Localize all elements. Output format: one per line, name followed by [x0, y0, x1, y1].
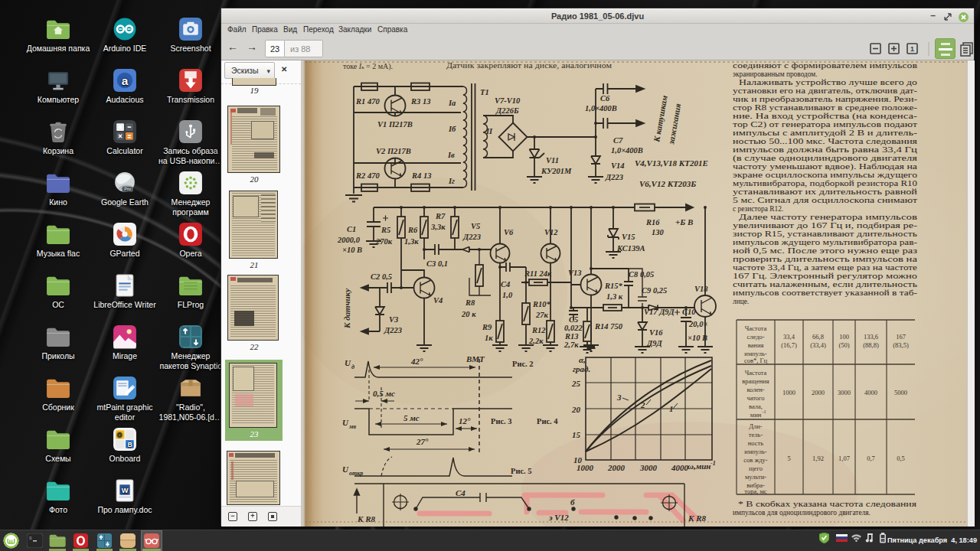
svg-text:V15: V15 — [622, 233, 635, 241]
svg-text:V1 П217В: V1 П217В — [377, 120, 413, 129]
svg-text:C9 0,25: C9 0,25 — [642, 286, 667, 295]
svg-text:0,5 мс: 0,5 мс — [373, 389, 395, 398]
svg-text:Частота: Частота — [745, 369, 767, 377]
svg-text:12°: 12° — [459, 416, 471, 425]
svg-text:1к: 1к — [485, 334, 493, 342]
svg-text:U: U — [342, 465, 349, 474]
svg-text:V12: V12 — [544, 228, 558, 236]
svg-text:27к: 27к — [535, 311, 549, 319]
svg-text:W: W — [122, 487, 129, 494]
svg-text:мультивибратора, подборкой рез: мультивибратора, подборкой резистора R10 — [733, 180, 917, 187]
svg-text:вращения: вращения — [742, 377, 769, 385]
svg-text:частоту уменьшают вдвое). Набл: частоту уменьшают вдвое). Наблюдая на — [733, 163, 918, 171]
svg-text:Д223: Д223 — [462, 233, 481, 241]
svg-text:C4: C4 — [456, 488, 466, 497]
svg-text:V5: V5 — [471, 222, 480, 230]
svg-text:5000: 5000 — [894, 389, 907, 396]
svg-text:0,5: 0,5 — [897, 455, 905, 462]
svg-text:КС139А: КС139А — [616, 244, 645, 253]
svg-text:мв: мв — [348, 423, 356, 430]
svg-text:20 к: 20 к — [461, 310, 476, 318]
svg-text:импульсов должна быть равна: импульсов должна быть равна 33,4 Гц — [733, 146, 917, 154]
svg-text:КУ201М: КУ201М — [541, 167, 572, 175]
svg-text:зажигания: зажигания — [666, 103, 682, 145]
svg-text:4000: 4000 — [864, 389, 877, 396]
svg-text:мульти-: мульти- — [745, 473, 766, 481]
svg-text:R8: R8 — [465, 298, 475, 307]
svg-text:-1: -1 — [710, 460, 716, 467]
svg-text:ВМТ: ВМТ — [466, 354, 485, 364]
svg-text:R10*: R10* — [532, 300, 551, 308]
svg-text:ние. На вход устройства (н: ние. На вход устройства (на конденса- — [733, 112, 917, 121]
svg-text:Дли-: Дли- — [749, 422, 763, 430]
svg-text:ность: ность — [748, 439, 763, 447]
svg-text:устанавливают их длительност: устанавливают их длительность равной — [733, 188, 917, 196]
svg-text:20: 20 — [571, 405, 581, 414]
svg-text:V6,V12 КТ203Б: V6,V12 КТ203Б — [639, 179, 696, 188]
svg-text:чатого: чатого — [746, 394, 764, 402]
svg-text:C8 0,05: C8 0,05 — [629, 270, 654, 279]
svg-text:270к: 270к — [375, 237, 393, 246]
svg-text:a: a — [122, 74, 129, 87]
svg-text:II: II — [485, 127, 493, 135]
svg-text:2: 2 — [640, 400, 645, 409]
svg-text:установки его на двигатель, от: установки его на двигатель, отключив дат… — [733, 87, 917, 95]
svg-text:1,92: 1,92 — [812, 455, 824, 462]
svg-text:U: U — [342, 418, 349, 427]
svg-text:R4 13: R4 13 — [411, 171, 431, 180]
svg-text:130: 130 — [652, 228, 665, 236]
svg-text:К датчику: К датчику — [342, 289, 351, 329]
svg-text:увеличивают до 167 Гц и,: увеличивают до 167 Гц и, подбирая ре- — [733, 222, 917, 230]
svg-text:C7: C7 — [613, 136, 623, 145]
svg-text:167 Гц. Электронный регулят: 167 Гц. Электронный регулятор можно — [733, 272, 917, 280]
svg-text:+Б В: +Б В — [675, 217, 693, 227]
svg-text:33,4: 33,4 — [783, 333, 795, 341]
svg-text:тора, мс: тора, мс — [744, 487, 767, 495]
svg-text:Д223: Д223 — [605, 173, 623, 181]
svg-text:1: 1 — [669, 404, 674, 413]
svg-text:тор C2) от генератора импульсо: тор C2) от генератора импульсов подают — [733, 121, 917, 129]
svg-text:R7: R7 — [435, 212, 446, 220]
svg-text:R12: R12 — [531, 326, 546, 334]
svg-text:C2 0,5: C2 0,5 — [371, 272, 392, 281]
svg-text:V6: V6 — [504, 228, 514, 236]
svg-text:(33,4): (33,4) — [810, 341, 826, 349]
svg-text:откр: откр — [349, 470, 363, 477]
svg-text:4000: 4000 — [671, 463, 689, 472]
svg-text:экранированным проводом.: экранированным проводом. — [733, 70, 818, 78]
svg-text:α,: α, — [579, 355, 586, 364]
svg-text:б: б — [570, 497, 575, 507]
svg-text:42°: 42° — [410, 357, 423, 366]
svg-text:1,0×400В: 1,0×400В — [585, 104, 617, 112]
svg-text:частоте 33,4 Гц, а затем еще р: частоте 33,4 Гц, а затем еще раз на част… — [733, 264, 917, 272]
svg-text:* В скобках указана частот: * В скобках указана частота следования — [738, 500, 917, 508]
svg-text:2,7к: 2,7к — [564, 341, 579, 349]
svg-text:1,0: 1,0 — [502, 291, 513, 299]
svg-text:токе Iк = 2 мА).: токе Iк = 2 мА). — [343, 62, 393, 71]
svg-text:1000: 1000 — [577, 463, 594, 472]
svg-text:Iв: Iв — [447, 151, 455, 159]
svg-text:Д223: Д223 — [384, 326, 402, 334]
svg-text:чик и преобразователь напряжен: чик и преобразователь напряжения. Рези- — [733, 96, 917, 103]
svg-text:5 мс: 5 мс — [403, 413, 420, 422]
svg-text:C5: C5 — [569, 315, 578, 324]
svg-text:(16,7): (16,7) — [781, 341, 797, 349]
svg-text:импуль-: импуль- — [744, 448, 766, 455]
svg-text:Д9Д: Д9Д — [646, 339, 662, 347]
svg-text:V14: V14 — [611, 161, 625, 170]
svg-text:1,3к: 1,3к — [404, 237, 419, 246]
svg-text:×10 В: ×10 В — [688, 334, 707, 342]
svg-text:2,2к: 2,2к — [528, 337, 544, 345]
svg-text:Далее частоту генератора им: Далее частоту генератора импульсов — [739, 214, 918, 221]
svg-text:2000,0: 2000,0 — [337, 236, 361, 244]
svg-text:Pro: Pro — [124, 187, 131, 191]
svg-text:C10: C10 — [682, 308, 696, 316]
svg-text:импульсов ждущего мультивибрат: импульсов ждущего мультивибратора рав- — [733, 239, 917, 246]
svg-text:0,022: 0,022 — [564, 324, 583, 332]
svg-text:Рис. 5: Рис. 5 — [511, 467, 532, 475]
svg-text:град.: град. — [573, 364, 590, 373]
svg-text:3000: 3000 — [639, 463, 658, 472]
svg-text:К R8: К R8 — [688, 514, 707, 523]
svg-text:3000: 3000 — [838, 389, 851, 396]
svg-text:C4: C4 — [501, 280, 510, 289]
